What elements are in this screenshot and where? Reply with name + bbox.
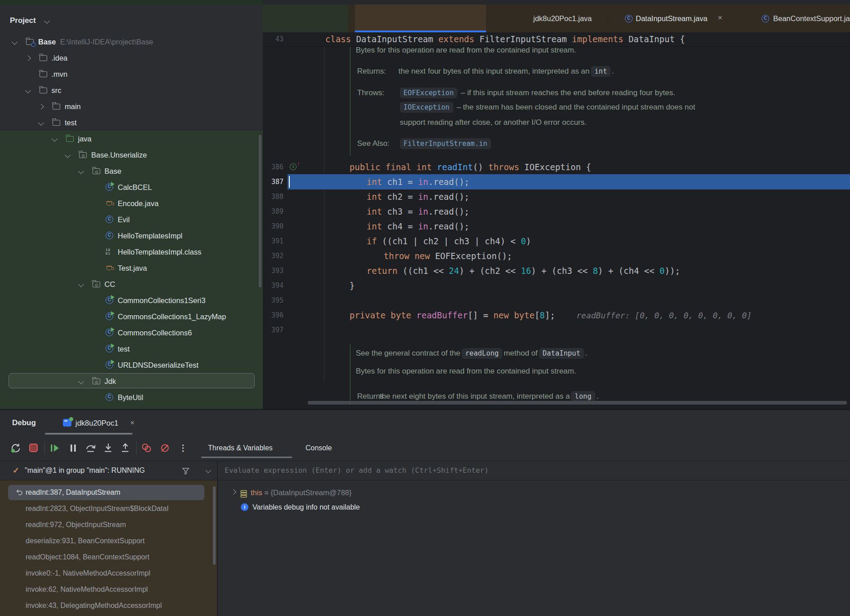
tree-item-hellotemplatesimpl[interactable]: CHelloTemplatesImpl: [0, 228, 263, 244]
chevron-down-icon[interactable]: [205, 467, 211, 473]
close-icon[interactable]: ×: [130, 417, 134, 429]
line-number[interactable]: 388: [263, 189, 283, 204]
code-token: [: [535, 310, 540, 320]
stack-frame-row[interactable]: readInt:972, ObjectInputStream: [0, 517, 217, 533]
stack-frame-row[interactable]: readInt:387, DataInputStream: [0, 484, 217, 501]
tree-item-idea[interactable]: .idea: [0, 50, 263, 66]
chevron-right-icon[interactable]: [230, 489, 236, 495]
thread-status-row[interactable]: ✓ "main"@1 in group "main": RUNNING: [0, 461, 217, 480]
more-options-icon[interactable]: ⋮: [179, 442, 186, 454]
line-number[interactable]: 396: [263, 308, 283, 323]
editor-horizontal-scrollbar[interactable]: [308, 401, 847, 405]
stack-frame-row[interactable]: readInt:2823, ObjectInputStream$BlockDat…: [0, 501, 217, 517]
tab-console[interactable]: Console: [305, 441, 332, 455]
frames-scrollbar[interactable]: [213, 486, 216, 565]
chevron-down-icon[interactable]: [44, 18, 50, 24]
implements-method-gutter-icon[interactable]: I: [290, 163, 297, 170]
chevron-down-icon[interactable]: [52, 136, 58, 142]
tree-item-jdk[interactable]: Jdk: [0, 373, 263, 389]
project-tool-window-title[interactable]: Project: [10, 14, 36, 27]
doc-code-chip[interactable]: FilterInputStream.in: [400, 138, 491, 149]
tree-item-mvn[interactable]: .mvn: [0, 66, 263, 82]
tree-item-main[interactable]: main: [0, 98, 263, 114]
evaluate-expression-input[interactable]: Evaluate expression (Enter) or add a wat…: [225, 461, 850, 480]
variable-this-row[interactable]: this = {DataInputStream@788}: [251, 484, 352, 501]
stack-frame-row[interactable]: invoke0:-1, NativeMethodAccessorImpl: [0, 565, 217, 581]
project-tree-scrollbar[interactable]: [259, 135, 261, 287]
tree-item-test-java[interactable]: Test.java: [0, 260, 263, 276]
tree-item-commoncollections1seri3[interactable]: CCommonCollections1Seri3: [0, 292, 263, 308]
stack-frame-row[interactable]: invoke:62, NativeMethodAccessorImpl: [0, 581, 217, 598]
line-number[interactable]: 397: [263, 323, 283, 338]
sticky-class-header[interactable]: 43 class DataInputStream extends FilterI…: [263, 32, 850, 47]
resume-button[interactable]: [49, 442, 61, 454]
titlebar-left: [0, 0, 263, 4]
step-out-button[interactable]: [120, 442, 131, 454]
debug-session-tab[interactable]: jdk8u20Poc1: [75, 417, 118, 429]
toolbar-separator: [44, 441, 45, 455]
chevron-down-icon[interactable]: [25, 88, 31, 93]
editor-tab-beancontextsupport-java[interactable]: BeanContextSupport.java: [773, 4, 850, 32]
doc-code-chip[interactable]: IOException: [400, 102, 453, 113]
tree-item-label: java: [78, 131, 92, 147]
chevron-down-icon[interactable]: [65, 152, 71, 158]
package-icon: [79, 152, 87, 158]
line-number[interactable]: 389: [263, 204, 283, 219]
code-token: ): [526, 236, 531, 246]
line-number[interactable]: 391: [263, 234, 283, 249]
pause-button[interactable]: [67, 442, 79, 454]
tree-item-commonscollections1-lazymap[interactable]: CCommonsCollections1_LazyMap: [0, 308, 263, 325]
tree-item-commonscollections6[interactable]: CCommonsCollections6: [0, 325, 263, 341]
editor[interactable]: Bytes for this operation are read from t…: [263, 32, 850, 409]
line-number[interactable]: 392: [263, 249, 283, 264]
tab-threads-and-variables[interactable]: Threads & Variables: [208, 441, 273, 455]
filter-icon[interactable]: [182, 466, 190, 475]
tree-item-java[interactable]: java: [0, 131, 263, 147]
tree-item-calcbcel[interactable]: CCalcBCEL: [0, 179, 263, 195]
view-breakpoints-button[interactable]: [141, 442, 152, 454]
editor-tab-datainputstream-java[interactable]: DataInputStream.java: [636, 4, 708, 32]
tree-item-src[interactable]: src: [0, 82, 263, 98]
tree-item-test[interactable]: test: [0, 114, 263, 131]
chevron-down-icon[interactable]: [12, 39, 18, 45]
rerun-debug-button[interactable]: [10, 442, 22, 454]
line-number[interactable]: 395: [263, 293, 283, 308]
mute-breakpoints-button[interactable]: [159, 442, 171, 454]
line-number[interactable]: 390: [263, 219, 283, 234]
tree-item-urldnsdeserializetest[interactable]: CURLDNSDeserializeTest: [0, 357, 263, 373]
chevron-down-icon[interactable]: [78, 378, 84, 384]
doc-code-chip[interactable]: EOFException: [400, 88, 457, 98]
line-number[interactable]: 387: [263, 175, 283, 189]
close-icon[interactable]: ×: [718, 4, 722, 32]
step-over-button[interactable]: [85, 442, 97, 454]
tree-item-encode-java[interactable]: Encode.java: [0, 195, 263, 211]
stop-button[interactable]: [28, 442, 40, 454]
editor-tab-jdk8u20poc1-java[interactable]: jdk8u20Poc1.java: [533, 4, 592, 32]
chevron-right-icon[interactable]: [38, 104, 44, 110]
tree-item-evil[interactable]: CEvil: [0, 211, 263, 228]
tree-item-byteutil[interactable]: CByteUtil: [0, 389, 263, 405]
tree-item-base-unserialize[interactable]: Base.Unserialize: [0, 147, 263, 163]
debugger-inline-hint: readBuffer: [0, 0, 0, 0, 0, 0, 0, 0]: [576, 308, 752, 323]
doc-section-label: Returns:: [357, 65, 386, 77]
line-number[interactable]: 393: [263, 264, 283, 278]
doc-line: support reading after close, or another …: [263, 116, 850, 128]
stack-frame-row[interactable]: readObject:1084, BeanContextSupport: [0, 549, 217, 565]
chevron-down-icon[interactable]: [78, 168, 84, 174]
stack-frame-row[interactable]: deserialize:931, BeanContextSupport: [0, 533, 217, 549]
tree-item-hellotemplatesimpl-class[interactable]: 1001HelloTemplatesImpl.class: [0, 244, 263, 260]
code-token: IOException {: [519, 162, 591, 172]
tree-item-cc[interactable]: CC: [0, 276, 263, 292]
chevron-down-icon[interactable]: [78, 282, 84, 287]
line-number[interactable]: 394: [263, 278, 283, 293]
tree-item-base[interactable]: Base E:\IntelliJ-IDEA\project\Base: [0, 34, 263, 50]
step-into-button[interactable]: [102, 442, 114, 454]
tree-item-test[interactable]: Ctest: [0, 341, 263, 357]
tree-item-base[interactable]: Base: [0, 163, 263, 179]
chevron-right-icon[interactable]: [25, 55, 31, 61]
stack-frame-row[interactable]: invoke:43, DelegatingMethodAccessorImpl: [0, 598, 217, 614]
line-number[interactable]: 386: [263, 160, 283, 175]
chevron-down-icon[interactable]: [38, 120, 44, 126]
runnable-class-icon: C: [106, 329, 113, 336]
code-token: in: [418, 221, 428, 231]
